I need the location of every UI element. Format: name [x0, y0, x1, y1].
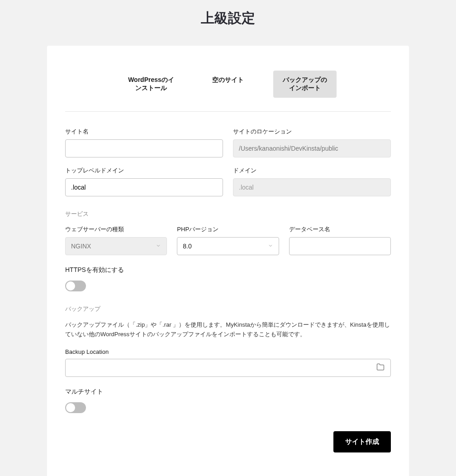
domain-input — [233, 178, 391, 196]
https-label: HTTPSを有効にする — [65, 266, 391, 274]
https-toggle[interactable] — [65, 281, 86, 291]
folder-icon[interactable] — [376, 363, 385, 373]
tab-empty-site[interactable]: 空のサイト — [196, 71, 260, 98]
multisite-toggle[interactable] — [65, 402, 86, 413]
backup-location-label: Backup Location — [65, 348, 391, 355]
webserver-select: NGINX — [65, 237, 167, 255]
backup-heading: バックアップ — [65, 305, 391, 313]
backup-location-input[interactable] — [65, 359, 391, 377]
site-location-label: サイトのロケーション — [233, 128, 391, 136]
php-value: 8.0 — [183, 243, 191, 250]
webserver-label: ウェブサーバーの種類 — [65, 225, 167, 233]
settings-card: WordPressのインストール 空のサイト バックアップのインポート サイト名… — [47, 46, 409, 476]
tld-input[interactable] — [65, 178, 223, 196]
chevron-down-icon — [156, 243, 161, 250]
db-label: データベース名 — [289, 225, 391, 233]
toggle-knob — [66, 403, 75, 412]
page-title: 上級設定 — [0, 0, 456, 46]
php-select[interactable]: 8.0 — [177, 237, 279, 255]
create-site-button[interactable]: サイト作成 — [333, 431, 391, 452]
tabs: WordPressのインストール 空のサイト バックアップのインポート — [65, 71, 391, 98]
tld-label: トップレベルドメイン — [65, 167, 223, 175]
site-location-input — [233, 139, 391, 157]
tab-import-backup[interactable]: バックアップのインポート — [273, 71, 337, 98]
site-name-label: サイト名 — [65, 128, 223, 136]
toggle-knob — [66, 281, 75, 290]
divider — [65, 111, 391, 112]
multisite-label: マルチサイト — [65, 388, 391, 396]
services-heading: サービス — [65, 210, 391, 218]
tab-wordpress-install[interactable]: WordPressのインストール — [119, 71, 183, 98]
domain-label: ドメイン — [233, 167, 391, 175]
webserver-value: NGINX — [71, 243, 91, 250]
db-input[interactable] — [289, 237, 391, 255]
chevron-down-icon — [268, 243, 273, 250]
site-name-input[interactable] — [65, 139, 223, 157]
backup-description: バックアップファイル（「.zip」や「.rar 」）を使用します。MyKinst… — [65, 320, 391, 339]
php-label: PHPバージョン — [177, 225, 279, 233]
